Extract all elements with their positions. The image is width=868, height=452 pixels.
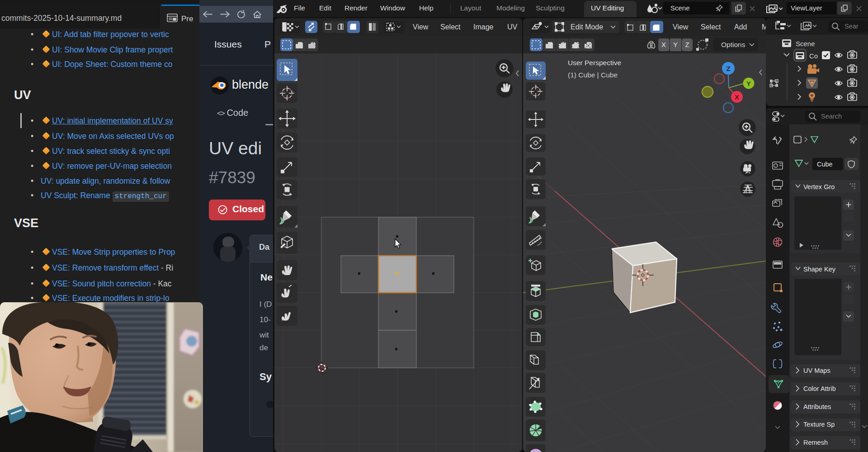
svg-text:Cube: Cube	[817, 161, 833, 168]
svg-text:Z: Z	[685, 41, 689, 48]
svg-text:Vertex Gro: Vertex Gro	[803, 183, 835, 190]
svg-text:Y: Y	[673, 41, 678, 48]
svg-text:Remesh: Remesh	[803, 439, 828, 446]
svg-text:Attributes: Attributes	[803, 403, 831, 410]
svg-text:UV Maps: UV Maps	[803, 367, 830, 374]
svg-text:Texture Sp: Texture Sp	[803, 421, 835, 428]
svg-text:Z: Z	[726, 65, 730, 72]
svg-text:X: X	[735, 93, 739, 101]
svg-text:Shape Key: Shape Key	[803, 266, 836, 273]
svg-text:Search: Search	[821, 113, 842, 120]
svg-text:Options: Options	[721, 41, 745, 48]
svg-text:Sear: Sear	[844, 23, 859, 30]
svg-text:Co: Co	[809, 52, 818, 60]
svg-text:Color Attrib: Color Attrib	[803, 385, 836, 392]
svg-text:X: X	[661, 41, 666, 48]
svg-text:Scene: Scene	[796, 40, 815, 48]
svg-text:Y: Y	[746, 80, 751, 87]
